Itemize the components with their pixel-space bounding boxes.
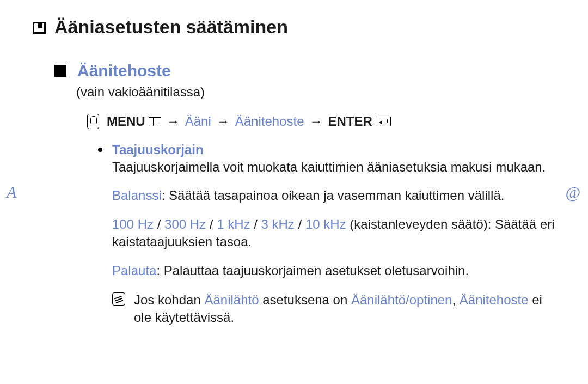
square-bullet-icon (54, 65, 66, 77)
remote-hand-icon (87, 114, 99, 129)
next-page-button[interactable]: @ (565, 183, 580, 202)
menu-grid-icon (149, 117, 161, 126)
title-row: Ääniasetusten säätäminen (33, 16, 555, 38)
arrow-icon: → (215, 114, 232, 129)
freq-sep: / (154, 217, 164, 231)
enter-label: ENTER (328, 114, 372, 129)
section-sound-effect: Äänitehoste (vain vakioäänitilassa) MENU… (54, 62, 555, 327)
document-page: Ääniasetusten säätäminen Äänitehoste (va… (0, 0, 588, 343)
path-step-sound: Ääni (185, 114, 211, 129)
note-body: Jos kohdan Äänilähtö asetuksena on Äänil… (134, 291, 555, 327)
equalizer-desc: Taajuuskorjaimella voit muokata kaiuttim… (112, 159, 555, 176)
note-term2: Äänilähtö/optinen (351, 292, 452, 307)
note-term1: Äänilähtö (204, 292, 259, 307)
note-row: Jos kohdan Äänilähtö asetuksena on Äänil… (112, 291, 555, 327)
balance-label: Balanssi (112, 188, 162, 203)
freq-3k: 3 kHz (261, 217, 295, 231)
menu-label: MENU (107, 114, 145, 129)
reset-label: Palauta (112, 263, 156, 278)
balance-line: Balanssi: Säätää tasapainoa oikean ja va… (112, 187, 555, 204)
section-subtitle: (vain vakioäänitilassa) (76, 84, 555, 100)
bookmark-icon (33, 22, 46, 34)
reset-rest: : Palauttaa taajuuskorjaimen asetukset o… (156, 263, 469, 278)
path-step-effect: Äänitehoste (235, 114, 304, 129)
note-sep: , (452, 292, 459, 307)
freq-sep: / (295, 217, 305, 231)
menu-path: MENU → Ääni → Äänitehoste → ENTER (87, 114, 555, 129)
freq-line: 100 Hz / 300 Hz / 1 kHz / 3 kHz / 10 kHz… (112, 216, 555, 251)
note-pre: Jos kohdan (134, 292, 204, 307)
note-term3: Äänitehoste (460, 292, 529, 307)
enter-key-icon (376, 117, 391, 126)
freq-300: 300 Hz (164, 217, 206, 231)
note-mid1: asetuksena on (259, 292, 351, 307)
equalizer-title: Taajuuskorjain (112, 142, 204, 157)
arrow-icon: → (307, 114, 324, 129)
section-heading: Äänitehoste (77, 62, 171, 80)
freq-1k: 1 kHz (217, 217, 250, 231)
page-title: Ääniasetusten säätäminen (54, 16, 288, 38)
freq-sep: / (250, 217, 261, 231)
bullet-dot-icon (98, 148, 102, 152)
freq-10k: 10 kHz (305, 217, 346, 231)
arrow-icon: → (164, 114, 182, 129)
freq-sep: / (206, 217, 217, 231)
freq-100: 100 Hz (112, 217, 154, 231)
balance-rest: : Säätää tasapainoa oikean ja vasemman k… (162, 188, 505, 203)
equalizer-item: Taajuuskorjain (98, 142, 555, 157)
prev-page-button[interactable]: A (7, 183, 16, 202)
reset-line: Palauta: Palauttaa taajuuskorjaimen aset… (112, 262, 555, 279)
note-icon (112, 292, 125, 306)
